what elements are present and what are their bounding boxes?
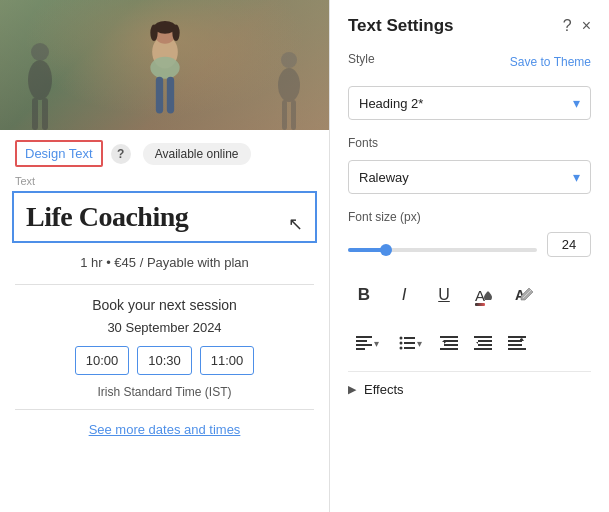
right-panel: Text Settings ? × Style Save to Theme He… xyxy=(330,0,609,512)
service-details: 1 hr • €45 / Payable with plan xyxy=(0,247,329,278)
svg-rect-18 xyxy=(356,336,372,338)
svg-rect-36 xyxy=(474,348,492,350)
list-icon xyxy=(399,336,415,350)
svg-rect-33 xyxy=(474,336,492,338)
font-size-slider-track[interactable] xyxy=(348,248,537,252)
design-text-button[interactable]: Design Text xyxy=(15,140,103,167)
time-slots-row: 10:00 10:30 11:00 xyxy=(0,338,329,383)
text-color-button[interactable]: A xyxy=(468,279,500,311)
hero-image xyxy=(0,0,329,130)
svg-point-13 xyxy=(278,68,300,102)
fonts-dropdown-arrow: ▾ xyxy=(573,169,580,185)
fonts-label: Fonts xyxy=(348,136,378,150)
bold-button[interactable]: B xyxy=(348,279,380,311)
outdent-icon xyxy=(440,336,458,350)
svg-rect-29 xyxy=(444,340,458,342)
divider-1 xyxy=(15,284,314,285)
left-panel: Design Text ? Available online Text Life… xyxy=(0,0,330,512)
font-size-row: 24 xyxy=(348,232,591,257)
close-panel-button[interactable]: × xyxy=(582,17,591,35)
style-label-row: Style Save to Theme xyxy=(348,52,591,72)
align-left-icon xyxy=(356,336,372,350)
person-silhouette xyxy=(135,20,195,130)
svg-point-12 xyxy=(281,52,297,68)
svg-rect-11 xyxy=(42,98,48,130)
divider-2 xyxy=(15,409,314,410)
life-coaching-text: Life Coaching xyxy=(26,201,188,232)
svg-rect-14 xyxy=(282,100,287,130)
help-panel-icon[interactable]: ? xyxy=(563,17,572,35)
rtl-icon xyxy=(508,336,526,350)
slider-thumb[interactable] xyxy=(380,244,392,256)
svg-rect-28 xyxy=(440,336,458,338)
time-slot-2[interactable]: 10:30 xyxy=(137,346,192,375)
bg-person-right xyxy=(269,50,309,130)
style-dropdown[interactable]: Heading 2* ▾ xyxy=(348,86,591,120)
svg-point-26 xyxy=(400,347,403,350)
svg-rect-23 xyxy=(404,337,415,339)
svg-rect-10 xyxy=(32,98,38,130)
svg-rect-34 xyxy=(478,340,492,342)
svg-rect-40 xyxy=(508,344,522,346)
timezone-label: Irish Standard Time (IST) xyxy=(0,383,329,405)
time-slot-1[interactable]: 10:00 xyxy=(75,346,130,375)
session-date: 30 September 2024 xyxy=(0,317,329,338)
svg-rect-38 xyxy=(508,336,526,338)
effects-label: Effects xyxy=(364,382,404,397)
design-text-row: Design Text ? Available online xyxy=(0,130,329,173)
align-left-button[interactable]: ▾ xyxy=(348,331,387,355)
underline-button[interactable]: U xyxy=(428,279,460,311)
see-more-link[interactable]: See more dates and times xyxy=(0,414,329,445)
list-button[interactable]: ▾ xyxy=(391,331,430,355)
effects-expand-icon: ▶ xyxy=(348,383,356,396)
alignment-row: ▾ ▾ xyxy=(348,329,591,357)
indent-button[interactable] xyxy=(468,329,498,357)
rtl-button[interactable] xyxy=(502,329,532,357)
bg-person-left xyxy=(20,40,60,130)
svg-point-24 xyxy=(400,342,403,345)
highlight-color-button[interactable]: A xyxy=(508,279,540,311)
style-label: Style xyxy=(348,52,375,66)
svg-rect-19 xyxy=(356,340,367,342)
svg-rect-21 xyxy=(356,348,365,350)
style-dropdown-arrow: ▾ xyxy=(573,95,580,111)
text-section-label: Text xyxy=(0,173,329,187)
style-dropdown-value: Heading 2* xyxy=(359,96,423,111)
svg-point-9 xyxy=(28,60,52,100)
svg-rect-7 xyxy=(166,77,173,114)
font-size-label: Font size (px) xyxy=(348,210,591,224)
time-slot-3[interactable]: 11:00 xyxy=(200,346,255,375)
svg-point-4 xyxy=(172,25,179,42)
font-size-section: Font size (px) 24 xyxy=(348,210,591,257)
align-left-chevron: ▾ xyxy=(374,338,379,349)
outdent-button[interactable] xyxy=(434,329,464,357)
style-section: Style Save to Theme Heading 2* ▾ xyxy=(348,52,591,120)
fonts-dropdown-value: Raleway xyxy=(359,170,409,185)
panel-icons: ? × xyxy=(563,17,591,35)
fonts-dropdown[interactable]: Raleway ▾ xyxy=(348,160,591,194)
save-to-theme-link[interactable]: Save to Theme xyxy=(510,55,591,69)
cursor-icon: ↖ xyxy=(288,213,303,235)
panel-header: Text Settings ? × xyxy=(348,16,591,36)
list-chevron: ▾ xyxy=(417,338,422,349)
help-icon[interactable]: ? xyxy=(111,144,131,164)
indent-icon xyxy=(474,336,492,350)
svg-rect-6 xyxy=(155,77,162,114)
svg-rect-31 xyxy=(440,348,458,350)
svg-rect-39 xyxy=(508,340,522,342)
fonts-section: Fonts Raleway ▾ xyxy=(348,136,591,194)
italic-button[interactable]: I xyxy=(388,279,420,311)
format-buttons-row: B I U A A xyxy=(348,273,591,317)
svg-point-8 xyxy=(31,43,49,61)
effects-row[interactable]: ▶ Effects xyxy=(348,371,591,401)
highlight-icon: A xyxy=(513,284,535,306)
svg-rect-41 xyxy=(508,348,526,350)
panel-title: Text Settings xyxy=(348,16,453,36)
font-size-input[interactable]: 24 xyxy=(547,232,591,257)
book-session-heading: Book your next session xyxy=(0,291,329,317)
life-coaching-box[interactable]: Life Coaching ↖ xyxy=(12,191,317,243)
svg-rect-20 xyxy=(356,344,372,346)
svg-rect-15 xyxy=(291,100,296,130)
svg-point-3 xyxy=(150,25,157,42)
available-online-badge: Available online xyxy=(143,143,251,165)
